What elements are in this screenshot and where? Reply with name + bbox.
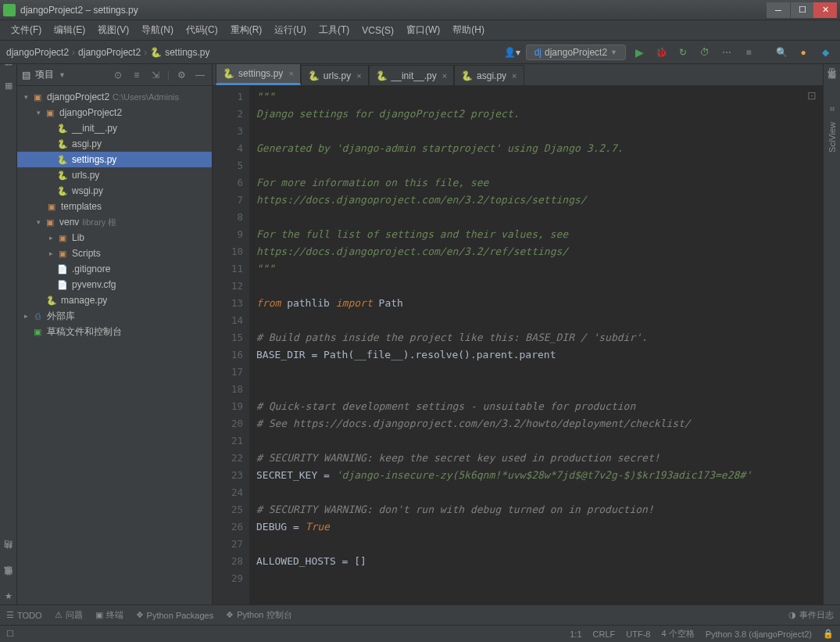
- tree-file[interactable]: 🐍__init__.py: [17, 120, 212, 136]
- tree-file[interactable]: 🐍manage.py: [17, 292, 212, 308]
- chevron-right-icon: ›: [72, 47, 75, 58]
- debug-button[interactable]: 🐞: [652, 44, 670, 61]
- structure-icon[interactable]: ⌬: [2, 563, 15, 576]
- todo-tab[interactable]: ☰TODO: [6, 610, 42, 620]
- terminal-icon: ▣: [95, 610, 103, 620]
- tree-scratch[interactable]: ▣草稿文件和控制台: [17, 324, 212, 339]
- collapse-all-icon[interactable]: ⇲: [148, 68, 163, 82]
- menu-item[interactable]: 重构(R): [224, 21, 269, 39]
- tab-sciview[interactable]: SciView: [827, 117, 837, 157]
- project-label: 项目: [35, 68, 54, 81]
- python-packages-tab[interactable]: ❖Python Packages: [136, 610, 214, 620]
- project-sidebar: ▤ 项目 ▼ ⊙ ≡ ⇲ | ⚙ — ▾▣ djangoProject2 C:\…: [17, 64, 213, 604]
- expand-all-icon[interactable]: ≡: [130, 68, 144, 82]
- close-button[interactable]: ✕: [813, 2, 837, 18]
- tree-folder[interactable]: ▸▣Scripts: [17, 246, 212, 261]
- menu-item[interactable]: 运行(U): [268, 21, 313, 39]
- user-icon[interactable]: 👤▾: [504, 44, 521, 61]
- editor-area: 🐍settings.py×🐍urls.py×🐍__init__.py×🐍asgi…: [213, 64, 823, 604]
- menu-item[interactable]: 代码(C): [180, 21, 224, 39]
- caret-position[interactable]: 1:1: [570, 629, 581, 639]
- menu-item[interactable]: 窗口(W): [400, 21, 446, 39]
- database-icon[interactable]: 🗄: [826, 66, 838, 79]
- tab-database[interactable]: 数据库: [826, 81, 838, 91]
- menu-item[interactable]: 工具(T): [313, 21, 356, 39]
- menu-item[interactable]: VCS(S): [356, 23, 400, 38]
- terminal-tab[interactable]: ▣终端: [95, 609, 123, 621]
- ide-menu-icon[interactable]: ☐: [6, 629, 14, 639]
- tab-structure[interactable]: 结构: [2, 551, 14, 561]
- breadcrumb-item[interactable]: settings.py: [165, 47, 209, 58]
- tab-project[interactable]: 项目: [2, 67, 14, 77]
- tree-file[interactable]: 🐍urls.py: [17, 167, 212, 183]
- run-config-label: djangoProject2: [545, 47, 607, 58]
- python-console-tab[interactable]: ❖Python 控制台: [226, 609, 291, 621]
- tree-folder[interactable]: ▸▣Lib: [17, 230, 212, 246]
- tree-file[interactable]: 📄.gitignore: [17, 261, 212, 277]
- menu-item[interactable]: 编辑(E): [48, 21, 91, 39]
- folder-icon[interactable]: ▦: [2, 79, 15, 91]
- star-icon[interactable]: ★: [2, 590, 15, 602]
- encoding[interactable]: UTF-8: [626, 629, 650, 639]
- profile-button[interactable]: ⏱: [696, 44, 713, 61]
- search-button[interactable]: 🔍: [773, 44, 790, 61]
- tree-file-selected[interactable]: 🐍settings.py: [17, 152, 212, 167]
- close-tab-icon[interactable]: ×: [356, 71, 361, 81]
- problems-tab[interactable]: ⚠问题: [55, 609, 83, 621]
- editor-tab[interactable]: 🐍asgi.py×: [454, 65, 524, 85]
- breadcrumb-item[interactable]: djangoProject2: [6, 47, 69, 58]
- editor[interactable]: 1234567891011121314151617181920212223242…: [213, 86, 823, 604]
- breadcrumb: djangoProject2 › djangoProject2 › 🐍 sett…: [6, 47, 504, 58]
- close-tab-icon[interactable]: ×: [288, 69, 293, 78]
- menu-item[interactable]: 文件(F): [5, 21, 48, 39]
- locate-icon[interactable]: ⊙: [111, 68, 125, 82]
- close-tab-icon[interactable]: ×: [442, 71, 447, 81]
- reader-mode-icon[interactable]: ⊡: [807, 89, 817, 102]
- tree-file[interactable]: 🐍wsgi.py: [17, 183, 212, 199]
- line-gutter: 1234567891011121314151617181920212223242…: [213, 86, 250, 604]
- tree-file[interactable]: 🐍asgi.py: [17, 136, 212, 152]
- tab-favorites[interactable]: 收藏夹: [2, 578, 14, 587]
- tree-external-libs[interactable]: ▸⎙外部库: [17, 308, 212, 324]
- breadcrumb-item[interactable]: djangoProject2: [78, 47, 141, 58]
- concurrency-button[interactable]: ⋯: [718, 44, 735, 61]
- log-icon: ◑: [788, 610, 796, 620]
- coverage-button[interactable]: ↻: [674, 44, 692, 61]
- editor-tabs: 🐍settings.py×🐍urls.py×🐍__init__.py×🐍asgi…: [213, 64, 823, 86]
- line-ending[interactable]: CRLF: [593, 629, 616, 639]
- navigation-bar: djangoProject2 › djangoProject2 › 🐍 sett…: [0, 41, 840, 64]
- ide-update-icon[interactable]: ◆: [817, 44, 834, 61]
- warning-icon: ⚠: [55, 610, 63, 620]
- maximize-button[interactable]: ☐: [790, 2, 813, 18]
- project-tree[interactable]: ▾▣ djangoProject2 C:\Users\Adminis ▾▣ dj…: [17, 86, 212, 604]
- gear-icon[interactable]: ⚙: [174, 68, 188, 82]
- tree-folder[interactable]: ▾▣ djangoProject2: [17, 105, 212, 120]
- run-config-selector[interactable]: dj djangoProject2 ▼: [526, 45, 626, 60]
- right-tool-stripe: 🗄 数据库 ⌗ SciView: [823, 64, 840, 604]
- editor-tab[interactable]: 🐍__init__.py×: [369, 65, 454, 85]
- interpreter[interactable]: Python 3.8 (djangoProject2): [706, 629, 812, 639]
- menu-item[interactable]: 导航(N): [135, 21, 180, 39]
- tree-folder[interactable]: ▣templates: [17, 199, 212, 214]
- editor-tab[interactable]: 🐍urls.py×: [301, 65, 369, 85]
- menu-item[interactable]: 视图(V): [91, 21, 135, 39]
- list-icon: ☰: [6, 610, 14, 620]
- sync-icon[interactable]: ●: [795, 44, 812, 61]
- close-tab-icon[interactable]: ×: [512, 71, 517, 81]
- run-button[interactable]: ▶: [631, 44, 648, 61]
- event-log-tab[interactable]: ◑事件日志: [788, 609, 834, 621]
- chevron-down-icon[interactable]: ▼: [59, 71, 66, 79]
- status-bar: ☐ 1:1 CRLF UTF-8 4 个空格 Python 3.8 (djang…: [0, 625, 840, 642]
- sciview-icon[interactable]: ⌗: [826, 102, 838, 115]
- menu-item[interactable]: 帮助(H): [446, 21, 491, 39]
- minimize-button[interactable]: ─: [767, 2, 790, 18]
- editor-tab[interactable]: 🐍settings.py×: [216, 64, 301, 85]
- lock-icon[interactable]: 🔒: [823, 629, 834, 639]
- tree-file[interactable]: 📄pyvenv.cfg: [17, 277, 212, 292]
- tree-root[interactable]: ▾▣ djangoProject2 C:\Users\Adminis: [17, 89, 212, 105]
- stop-button[interactable]: ■: [740, 44, 757, 61]
- hide-icon[interactable]: —: [193, 68, 207, 82]
- code-area[interactable]: """Django settings for djangoProject2 pr…: [250, 86, 823, 604]
- tree-folder[interactable]: ▾▣venvlibrary 根: [17, 214, 212, 230]
- indent[interactable]: 4 个空格: [661, 628, 694, 640]
